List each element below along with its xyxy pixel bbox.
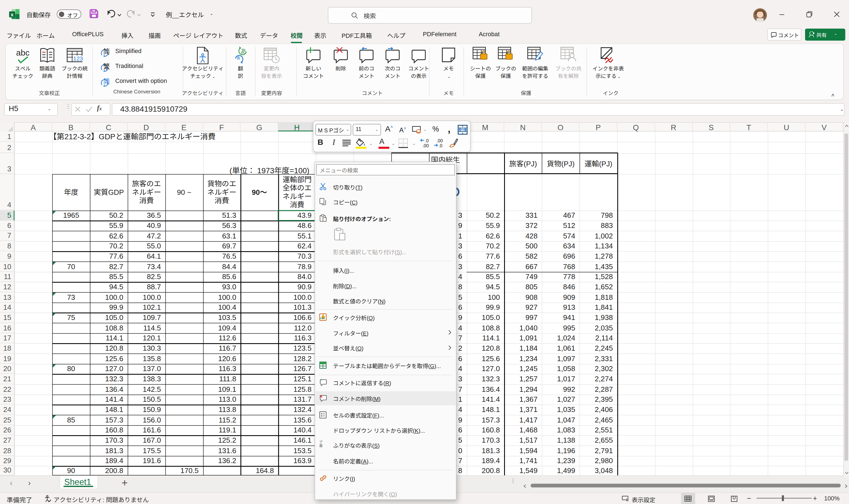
- svg-text:a: a: [237, 54, 240, 60]
- svg-text:あ: あ: [240, 47, 247, 56]
- svg-text:简: 简: [103, 47, 110, 56]
- svg-text:简: 简: [103, 77, 110, 86]
- svg-text:x: x: [11, 12, 14, 17]
- svg-text:.00: .00: [422, 143, 429, 148]
- svg-text:abc: abc: [16, 48, 29, 57]
- svg-text:.00: .00: [437, 139, 443, 143]
- svg-text:123: 123: [73, 55, 83, 61]
- svg-text:繁: 繁: [103, 62, 110, 71]
- svg-text:.0: .0: [439, 143, 442, 148]
- svg-text:.0: .0: [425, 139, 429, 143]
